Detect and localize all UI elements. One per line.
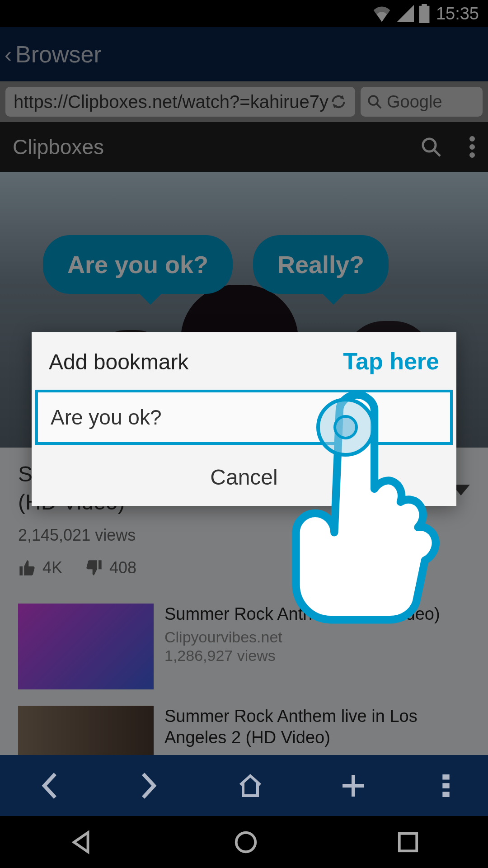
cancel-button[interactable]: Cancel <box>32 448 456 506</box>
add-tab-icon[interactable] <box>341 773 366 798</box>
svg-point-12 <box>236 832 256 852</box>
nav-forward-icon[interactable] <box>137 772 160 799</box>
bookmark-name-input[interactable]: Are you ok? <box>35 390 453 445</box>
system-nav <box>0 816 488 868</box>
home-icon[interactable] <box>237 772 264 799</box>
toolbar-more-icon[interactable] <box>442 774 450 797</box>
system-back-icon[interactable] <box>69 829 95 855</box>
bookmark-modal: Add bookmark Tap here Are you ok? Cancel <box>32 332 456 506</box>
system-recent-icon[interactable] <box>397 831 419 854</box>
system-home-icon[interactable] <box>233 829 259 855</box>
svg-rect-9 <box>442 774 449 780</box>
browser-toolbar <box>0 755 488 816</box>
svg-rect-11 <box>442 792 449 797</box>
tap-here-hint: Tap here <box>343 348 439 375</box>
nav-back-icon[interactable] <box>38 772 61 799</box>
svg-rect-13 <box>399 833 416 850</box>
svg-rect-10 <box>442 783 449 788</box>
